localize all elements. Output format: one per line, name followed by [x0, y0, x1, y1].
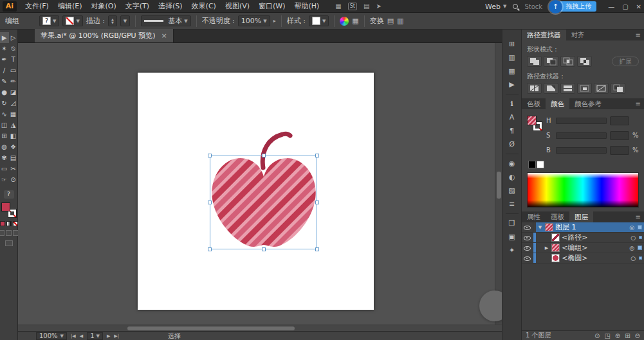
pen-tool[interactable]: ✒ — [0, 54, 9, 65]
layer-name[interactable]: <路径> — [562, 233, 629, 242]
selection-handle[interactable] — [262, 247, 266, 251]
expander-icon[interactable]: ▼ — [537, 225, 543, 230]
isolate-icon[interactable]: ▤ — [387, 17, 394, 25]
fill-color-dropdown[interactable]: ? ▼ — [39, 15, 59, 26]
unite-button[interactable] — [527, 56, 542, 67]
tab-swatches[interactable]: 色板 — [522, 98, 546, 109]
outline-button[interactable] — [594, 83, 609, 94]
transparency-icon[interactable]: ▨ — [505, 184, 519, 197]
horizontal-scrollbar-thumb[interactable] — [127, 327, 295, 330]
layer-row[interactable]: ▼ 图层 1 ◎ — [522, 222, 644, 233]
info-icon[interactable]: ℹ — [505, 97, 519, 111]
hue-slider[interactable] — [556, 118, 607, 124]
selection-tool[interactable]: ▶ — [0, 32, 9, 43]
search-icon[interactable] — [513, 4, 518, 9]
help-icon[interactable]: ? — [4, 190, 14, 199]
screen-mode-icon[interactable] — [5, 240, 13, 246]
close-icon[interactable]: × — [161, 29, 167, 42]
arrange-documents-icon[interactable]: ▤ — [363, 3, 369, 10]
first-artboard-icon[interactable]: |◀ — [71, 334, 76, 339]
exclude-button[interactable] — [577, 56, 592, 67]
layer-row-main[interactable]: <路径> ○ — [536, 233, 644, 242]
brightness-value-field[interactable] — [610, 146, 629, 155]
app-logo[interactable]: Ai — [3, 1, 17, 12]
next-artboard-icon[interactable]: ▶ — [107, 334, 110, 339]
blend-tool[interactable]: ❖ — [9, 141, 18, 152]
rotate-tool[interactable]: ↻ — [0, 98, 9, 109]
hue-value-field[interactable] — [610, 116, 629, 125]
tab-pathfinder[interactable]: 路径查找器 — [522, 30, 566, 40]
merge-button[interactable] — [560, 83, 575, 94]
delete-layer-icon[interactable]: ⊖ — [635, 332, 640, 339]
menu-window[interactable]: 窗口(W) — [254, 0, 290, 13]
panel-menu-icon[interactable]: ≡ — [636, 211, 644, 222]
shape-builder-tool[interactable]: ◫ — [0, 120, 9, 130]
color-button[interactable] — [0, 221, 5, 226]
visibility-cell[interactable] — [522, 222, 533, 232]
panel-menu-icon[interactable]: ≡ — [636, 98, 644, 109]
visibility-cell[interactable] — [522, 253, 533, 263]
fill-stroke-indicator[interactable] — [527, 116, 544, 135]
new-layer-icon[interactable]: ⊞ — [625, 332, 630, 339]
visibility-cell[interactable] — [522, 243, 533, 253]
crop-button[interactable] — [577, 83, 592, 94]
none-button[interactable] — [13, 221, 18, 226]
symbols-icon[interactable]: ⊞ — [505, 37, 519, 51]
navigator-icon[interactable]: ✦ — [505, 244, 519, 257]
selection-handle[interactable] — [315, 154, 319, 157]
expand-button[interactable]: 扩展 — [612, 57, 639, 66]
trim-button[interactable] — [544, 83, 558, 94]
tab-layers[interactable]: 图层 — [569, 211, 593, 222]
menu-view[interactable]: 视图(V) — [221, 0, 254, 13]
layer-name[interactable]: 图层 1 — [555, 222, 627, 232]
selection-handle[interactable] — [208, 201, 212, 204]
target-icon[interactable]: ○ — [630, 255, 636, 262]
panel-menu-icon[interactable]: ≡ — [636, 30, 644, 40]
target-icon[interactable]: ◎ — [629, 224, 634, 231]
selection-handle[interactable] — [315, 201, 319, 204]
color-spectrum[interactable] — [527, 172, 639, 208]
brush-definition-dropdown[interactable]: 基本 ▼ — [141, 15, 190, 26]
saturation-slider[interactable] — [556, 132, 607, 139]
brightness-slider[interactable] — [556, 147, 607, 154]
selection-proxy[interactable] — [639, 256, 642, 260]
perspective-grid-tool[interactable]: ◮ — [9, 120, 18, 130]
artboards-icon[interactable]: ▣ — [505, 230, 519, 244]
selection-handle[interactable] — [315, 247, 319, 251]
mesh-tool[interactable]: ⊞ — [0, 130, 9, 141]
layout-grid-icon[interactable]: ▦ — [335, 3, 341, 10]
minus-front-button[interactable] — [544, 56, 558, 67]
canvas[interactable] — [18, 43, 502, 325]
transform-label[interactable]: 变换 — [370, 16, 384, 26]
lasso-tool[interactable]: ⍉ — [9, 43, 18, 54]
workspace-switcher[interactable]: Web ▼ — [485, 3, 506, 11]
close-button[interactable]: ✕ — [636, 3, 641, 10]
divide-button[interactable] — [527, 83, 542, 94]
layer-row-main[interactable]: ▼ 图层 1 ◎ — [536, 222, 644, 232]
visibility-cell[interactable] — [522, 233, 533, 242]
layer-row-main[interactable]: <椭圆> ○ — [536, 253, 644, 263]
fill-swatch[interactable] — [527, 116, 537, 125]
brushes-icon[interactable]: ▥ — [505, 51, 519, 64]
clipping-mask-icon[interactable]: ◳ — [604, 332, 610, 339]
recolor-artwork-icon[interactable] — [340, 17, 349, 26]
opentype-icon[interactable]: Ø — [505, 138, 519, 151]
free-transform-tool[interactable]: ▦ — [9, 109, 18, 120]
layer-name[interactable]: <椭圆> — [562, 253, 629, 263]
gradient-icon[interactable]: ◐ — [505, 170, 519, 184]
document-tab[interactable]: 苹果.ai* @ 100% (RGB/GPU 预览) × — [35, 29, 174, 42]
gradient-button[interactable] — [6, 221, 12, 226]
selection-handle[interactable] — [208, 154, 212, 157]
direct-selection-tool[interactable]: ▷ — [9, 32, 18, 43]
zoom-tool[interactable]: ⊙ — [9, 174, 18, 185]
line-segment-tool[interactable]: ∕ — [0, 65, 9, 76]
layer-row-main[interactable]: ▶ <编组> ◎ — [536, 243, 644, 253]
saturation-value-field[interactable] — [610, 131, 629, 140]
hand-tool[interactable]: ☞ — [0, 174, 9, 185]
style-dropdown[interactable]: ▼ — [309, 15, 329, 26]
stroke-weight-stepper[interactable]: ▲▼ — [108, 15, 117, 26]
selection-bounding-box[interactable] — [210, 156, 317, 249]
locate-object-icon[interactable]: ⊙ — [594, 332, 600, 339]
slice-tool[interactable]: ✂ — [9, 163, 18, 174]
paragraph-icon[interactable]: ¶ — [505, 124, 519, 138]
